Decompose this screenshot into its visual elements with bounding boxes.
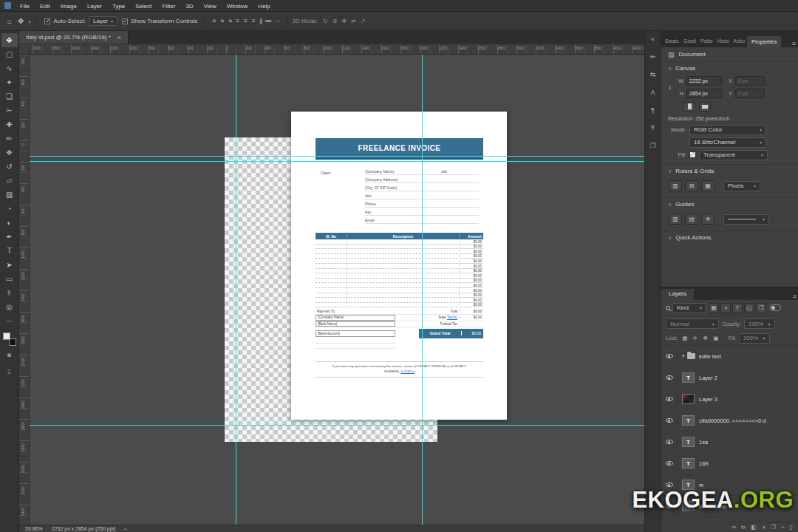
visibility-toggle[interactable] <box>661 453 678 474</box>
lock-all-icon[interactable]: ▣ <box>712 334 720 343</box>
path-select-tool[interactable]: ➤ <box>1 258 18 272</box>
document-tab[interactable]: Italy id.psd @ 20.7% (RGB/16) * <box>19 31 129 44</box>
new-guide-layout-icon[interactable]: ▥ <box>669 214 682 225</box>
glyphs-panel-icon[interactable]: Ŧ <box>647 122 660 133</box>
lock-position-icon[interactable]: ✥ <box>701 334 710 343</box>
blend-mode-dropdown[interactable]: Normal <box>666 318 719 329</box>
visibility-toggle[interactable] <box>661 367 678 388</box>
dodge-tool[interactable]: ◐ <box>1 216 18 230</box>
auto-select-checkbox[interactable] <box>44 18 50 24</box>
auto-select-target-dropdown[interactable]: Layer <box>89 16 117 26</box>
vertical-guide[interactable] <box>422 55 423 525</box>
close-icon[interactable] <box>117 34 121 41</box>
link-dimensions-icon[interactable] <box>666 75 675 100</box>
3d-roll-icon[interactable]: ⊕ <box>330 18 340 24</box>
menu-layer[interactable]: Layer <box>82 3 107 10</box>
y-input[interactable]: 0 px <box>735 89 765 98</box>
guide-style-dropdown[interactable] <box>723 214 769 225</box>
height-input[interactable]: 2854 px <box>686 89 722 98</box>
home-icon[interactable]: ⌂ <box>4 17 15 25</box>
layer-thumbnail[interactable] <box>682 394 695 404</box>
visibility-toggle[interactable] <box>661 410 678 431</box>
new-layer-icon[interactable]: + <box>781 524 785 531</box>
clone-stamp-tool[interactable]: ❖ <box>1 146 18 160</box>
visibility-toggle[interactable] <box>661 346 678 366</box>
tab-gradi[interactable]: Gradi <box>681 36 698 47</box>
collapse-panels-icon[interactable]: « <box>647 33 660 44</box>
link-layers-icon[interactable]: ∞ <box>732 524 736 531</box>
color-mode-dropdown[interactable]: RGB Color <box>689 125 766 135</box>
document-page[interactable]: FREELANCE INVOICE Client:(Company Name)J… <box>291 112 507 420</box>
3d-scale-icon[interactable]: ↗ <box>358 18 368 24</box>
grid-settings-icon[interactable]: ▦ <box>701 180 715 191</box>
text-layer-thumbnail[interactable]: T <box>682 458 695 468</box>
group-expand-caret[interactable]: ▾ <box>682 353 685 359</box>
tab-layers[interactable]: Layers <box>661 289 694 300</box>
align-middle-icon[interactable]: ≡ <box>242 18 250 24</box>
shape-tool[interactable]: ▭ <box>1 272 18 286</box>
vertical-ruler[interactable]: 8006004002000200400600800100012001400160… <box>19 55 30 525</box>
tab-properties[interactable]: Properties <box>747 36 781 47</box>
menu-image[interactable]: Image <box>55 3 82 10</box>
3d-drag-icon[interactable]: ✥ <box>339 18 349 24</box>
brush-tool[interactable]: ✏ <box>1 132 18 146</box>
landscape-orientation-icon[interactable] <box>699 102 711 112</box>
brushes-panel-icon[interactable]: ✏ <box>647 51 660 62</box>
filter-toggle[interactable] <box>770 304 781 311</box>
horizontal-guide[interactable] <box>30 156 644 157</box>
3d-slide-icon[interactable]: ⇄ <box>349 18 358 24</box>
status-options-icon[interactable] <box>125 526 127 531</box>
filter-type-icon[interactable]: T <box>732 303 743 313</box>
clear-guides-icon[interactable]: ✛ <box>701 214 715 225</box>
menu-select[interactable]: Select <box>130 3 157 10</box>
tab-swatc[interactable]: Swatc <box>663 36 681 47</box>
lock-paint-icon[interactable]: ✛ <box>691 334 700 343</box>
character-panel-icon[interactable]: A <box>647 86 660 98</box>
clone-source-panel-icon[interactable]: ⇆ <box>647 69 660 80</box>
layer-effects-icon[interactable]: fx <box>741 524 746 531</box>
footer-link[interactable]: 9.JVB@q <box>401 369 415 373</box>
menu-edit[interactable]: Edit <box>35 3 55 10</box>
foreground-color-swatch[interactable] <box>3 332 10 340</box>
opacity-dropdown[interactable]: 100% <box>744 318 775 329</box>
width-input[interactable]: 2232 px <box>686 76 722 86</box>
libraries-panel-icon[interactable]: ❐ <box>647 140 660 151</box>
more-align-icon[interactable]: ⋯ <box>272 18 282 24</box>
vertical-guide[interactable] <box>236 55 236 525</box>
layer-row[interactable]: ▾edite text <box>661 346 798 367</box>
color-swatches[interactable] <box>3 332 16 346</box>
layer-fill-dropdown[interactable]: 100% <box>739 333 770 344</box>
marquee-tool[interactable]: ▢ <box>1 47 18 61</box>
quick-actions-section-header[interactable]: Quick Actions <box>661 231 798 244</box>
menu-3d[interactable]: 3D <box>180 3 198 10</box>
tab-actio[interactable]: Actio <box>732 36 748 47</box>
history-brush-tool[interactable]: ↺ <box>1 160 18 174</box>
edit-toolbar-icon[interactable]: ⋯ <box>1 314 18 328</box>
visibility-toggle[interactable] <box>661 432 678 452</box>
align-left-icon[interactable]: ≡ <box>211 17 217 25</box>
new-group-icon[interactable]: ❐ <box>771 524 776 531</box>
horizontal-guide[interactable] <box>30 425 644 426</box>
zoom-tool[interactable]: ◎ <box>1 300 18 314</box>
menu-help[interactable]: Help <box>253 3 275 10</box>
canvas-content[interactable]: FREELANCE INVOICE Client:(Company Name)J… <box>30 55 644 525</box>
toggle-grid-icon[interactable]: ⊞ <box>685 180 698 191</box>
text-layer-thumbnail[interactable]: T <box>682 415 695 426</box>
lock-guides-icon[interactable]: ▤ <box>685 214 698 225</box>
layer-row[interactable]: T169 <box>661 453 798 474</box>
align-top-icon[interactable]: ≡ <box>233 18 242 24</box>
portrait-orientation-icon[interactable] <box>683 102 695 112</box>
menu-filter[interactable]: Filter <box>157 3 181 10</box>
guides-section-header[interactable]: Guides <box>661 198 798 211</box>
horizontal-guide[interactable] <box>30 161 644 162</box>
menu-type[interactable]: Type <box>107 3 130 10</box>
canvas-area[interactable]: 2000180016001400120010008006004002000200… <box>19 44 644 525</box>
panel-menu-icon[interactable] <box>792 39 796 47</box>
layers-panel-menu-icon[interactable] <box>793 292 797 300</box>
crop-tool[interactable]: ❏ <box>1 89 18 103</box>
layer-row[interactable]: T1sa <box>661 432 798 453</box>
zoom-level-field[interactable]: 20.86% <box>25 526 43 531</box>
tab-histo[interactable]: Histo <box>715 36 732 47</box>
bit-depth-dropdown[interactable]: 16 Bits/Channel <box>689 137 766 148</box>
tab-patte[interactable]: Patte <box>698 36 715 47</box>
